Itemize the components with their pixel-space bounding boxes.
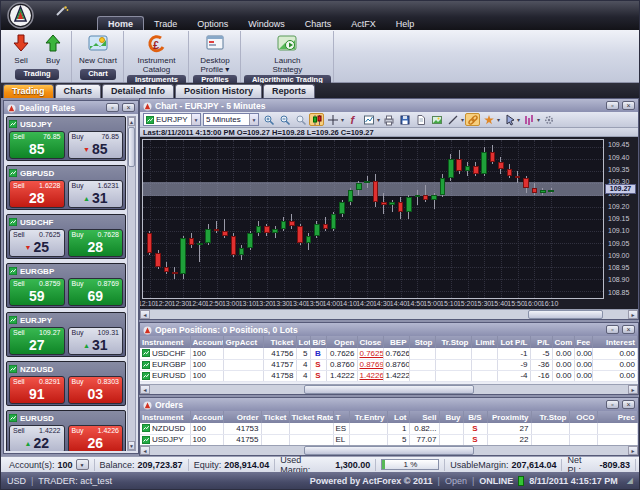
scrollbar-thumb[interactable] (528, 310, 603, 319)
scroll-right-icon[interactable]: ► (628, 385, 638, 394)
account-dropdown-button[interactable]: ▼ (76, 459, 89, 470)
sell-button-eurjpy[interactable]: Sell109.2727 (9, 327, 65, 355)
chevron-down-icon[interactable]: ▾ (517, 116, 520, 123)
column-header-grpacct: GrpAcct (223, 336, 263, 348)
orders-h-scrollbar[interactable]: ◄ ► (140, 445, 638, 455)
panel-close-button[interactable]: × (622, 325, 635, 334)
tab-reports[interactable]: Reports (263, 84, 315, 98)
candle-body (147, 233, 153, 252)
chart-h-scrollbar[interactable]: ◄ ► (140, 309, 638, 319)
chart-symbol-select[interactable]: EURJPY▼ (143, 113, 201, 126)
new-chart-button[interactable]: New Chart (75, 31, 121, 65)
tab-detailed-info[interactable]: Detailed Info (102, 84, 174, 98)
chart-layout-icon[interactable] (361, 113, 376, 126)
sell-button[interactable]: Sell (5, 31, 37, 65)
dealing-rates-scrollbar[interactable]: ▲ ▼ (127, 116, 136, 451)
chart-plot[interactable] (142, 139, 604, 299)
panel-close-button[interactable]: × (622, 101, 635, 110)
settings-icon[interactable] (541, 113, 556, 126)
quick-access-wand-icon[interactable] (55, 3, 69, 21)
buy-button-usdjpy[interactable]: Buy76.85▼85 (68, 131, 124, 159)
sell-button-usdchf[interactable]: Sell0.7625▼25 (9, 229, 65, 257)
panel-close-button[interactable]: × (622, 400, 635, 409)
desktop-profile-button[interactable]: Desktop Profile ▾ (192, 31, 238, 75)
table-row[interactable]: NZDUSD10041753ES10.82...S27 (140, 423, 638, 434)
buy-button-eurgbp[interactable]: Buy0.876969 (68, 278, 124, 306)
oscillator-icon[interactable] (521, 113, 536, 126)
menu-options[interactable]: Options (187, 17, 238, 30)
table-cell (289, 434, 333, 445)
menu-charts[interactable]: Charts (295, 17, 342, 30)
panel-minimize-button[interactable]: ▫ (106, 103, 119, 112)
table-row[interactable]: USDCHF100417565B0.76260.76250.7626-1-50.… (140, 348, 638, 359)
candlestick-style-icon[interactable] (309, 113, 324, 126)
buy-button-usdchf[interactable]: Buy0.762828 (68, 229, 124, 257)
chevron-down-icon[interactable]: ▾ (537, 116, 540, 123)
buy-button-gbpusd[interactable]: Buy1.6231▲31 (68, 180, 124, 208)
scroll-down-icon[interactable]: ▼ (128, 441, 135, 450)
chevron-down-icon[interactable]: ▾ (341, 116, 344, 123)
zoom-in-icon[interactable] (261, 113, 276, 126)
launch-strategy-button[interactable]: Launch Strategy (264, 31, 310, 75)
tab-charts[interactable]: Charts (55, 84, 102, 98)
scroll-right-icon[interactable]: ► (628, 446, 638, 455)
link-charts-icon[interactable] (465, 113, 480, 126)
table-row[interactable]: EURUSD100417584S1.42221.42261.4222-4-160… (140, 370, 638, 381)
indicators-icon[interactable]: f (345, 113, 360, 126)
chevron-down-icon[interactable]: ▼ (191, 114, 200, 125)
crosshair-icon[interactable] (325, 113, 340, 126)
save-icon[interactable] (397, 113, 412, 126)
scroll-left-icon[interactable]: ◄ (140, 310, 150, 319)
tab-trading[interactable]: Trading (3, 84, 54, 98)
scrollbar-thumb[interactable] (128, 127, 135, 167)
menu-trade[interactable]: Trade (144, 17, 187, 30)
menu-windows[interactable]: Windows (238, 17, 295, 30)
zoom-out-icon[interactable] (277, 113, 292, 126)
buy-button-nzdusd[interactable]: Buy0.830303 (68, 376, 124, 404)
table-row[interactable]: EURGBP100417574S0.87600.87690.8760-9-360… (140, 359, 638, 370)
panel-minimize-button[interactable]: ▫ (606, 325, 619, 334)
sell-button-eurusd[interactable]: Sell1.4222▲22 (9, 425, 65, 451)
tab-position-history[interactable]: Position History (175, 84, 262, 98)
chevron-down-icon[interactable]: ▾ (377, 116, 380, 123)
chevron-down-icon[interactable]: ▾ (461, 116, 464, 123)
buy-button-eurusd[interactable]: Buy1.422626 (68, 425, 124, 451)
panel-minimize-button[interactable]: ▫ (606, 101, 619, 110)
menu-actfx[interactable]: ActFX (341, 17, 386, 30)
sell-button-usdjpy[interactable]: Sell76.8585 (9, 131, 65, 159)
table-cell (471, 348, 497, 359)
buy-button-eurjpy[interactable]: Buy109.31▲31 (68, 327, 124, 355)
status-value: 209,723.87 (138, 460, 183, 470)
chevron-down-icon[interactable]: ▾ (497, 116, 500, 123)
copy-page-icon[interactable] (413, 113, 428, 126)
print-icon[interactable] (381, 113, 396, 126)
instrument-catalog-button[interactable]: £Instrument Catalog (133, 31, 179, 75)
scroll-left-icon[interactable]: ◄ (140, 446, 150, 455)
resize-grip[interactable]: ◢ (627, 476, 633, 485)
chart-period-select[interactable]: 5 Minutes▼ (203, 113, 259, 126)
export-image-icon[interactable] (429, 113, 444, 126)
menu-help[interactable]: Help (386, 17, 425, 30)
table-row[interactable]: USDJPY10041755EL577.07S22 (140, 434, 638, 445)
panel-minimize-button[interactable]: ▫ (606, 400, 619, 409)
pointer-tool-icon[interactable] (501, 113, 516, 126)
annotations-icon[interactable] (481, 113, 496, 126)
positions-h-scrollbar[interactable]: ◄ ► (140, 384, 638, 394)
zoom-reset-icon[interactable] (293, 113, 308, 126)
buy-button[interactable]: Buy (37, 31, 69, 65)
scroll-right-icon[interactable]: ► (628, 310, 638, 319)
sell-button-nzdusd[interactable]: Sell0.829191 (9, 376, 65, 404)
close-price-cell: 0.8769 (357, 359, 383, 370)
sell-button-eurgbp[interactable]: Sell0.875959 (9, 278, 65, 306)
scrollbar-thumb[interactable] (304, 385, 473, 394)
sell-button-gbpusd[interactable]: Sell1.622828 (9, 180, 65, 208)
trend-line-icon[interactable] (445, 113, 460, 126)
panel-close-button[interactable]: × (122, 103, 135, 112)
menu-home[interactable]: Home (97, 16, 144, 30)
scroll-up-icon[interactable]: ▲ (128, 117, 135, 126)
chevron-down-icon[interactable]: ▼ (249, 114, 258, 125)
scroll-left-icon[interactable]: ◄ (140, 385, 150, 394)
table-cell: -9 (497, 359, 530, 370)
dealing-rates-list: USDJPYSell76.8585Buy76.85▼85GBPUSDSell1.… (6, 116, 126, 451)
app-logo-icon[interactable] (7, 2, 34, 33)
